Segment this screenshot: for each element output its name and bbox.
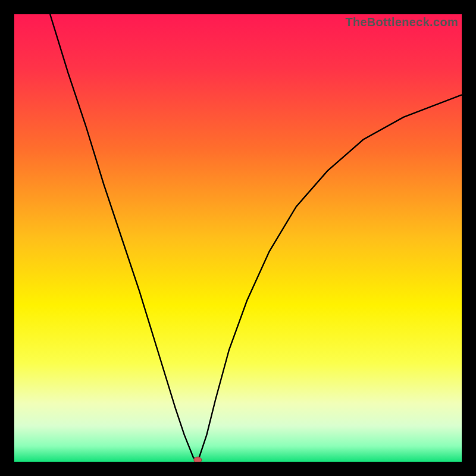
gradient-background: [14, 14, 462, 462]
optimal-point-marker: [194, 457, 202, 462]
plot-area: TheBottleneck.com: [14, 14, 462, 462]
watermark-label: TheBottleneck.com: [345, 15, 458, 29]
chart-frame: TheBottleneck.com: [0, 0, 476, 476]
chart-svg: [14, 14, 462, 462]
